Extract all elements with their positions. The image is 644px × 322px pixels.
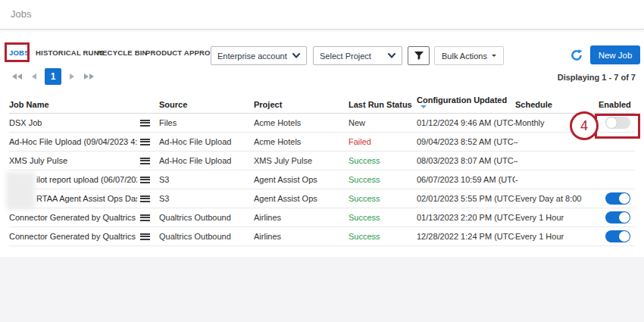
new-job-button[interactable]: New Job — [590, 45, 640, 64]
source-cell: Files — [159, 118, 254, 127]
last-run-status-cell: Success — [349, 175, 417, 184]
configuration-updated-cell: 02/01/2023 5:55 PM (UTC-0... — [417, 194, 515, 203]
toggle-knob — [619, 193, 630, 204]
toggle-knob — [606, 117, 617, 128]
enabled-cell — [599, 117, 635, 129]
source-cell: S3 — [159, 194, 254, 203]
previous-page-icon[interactable] — [30, 70, 38, 83]
displaying-summary: Displaying 1 - 7 of 7 — [558, 73, 636, 82]
schedule-cell: Monthly — [515, 118, 599, 127]
job-name-cell: Connector Generated by Qualtrics XM Dis.… — [9, 232, 159, 241]
project-select-value: Select Project — [320, 52, 371, 61]
filter-button[interactable] — [408, 46, 430, 65]
account-select-value: Enterprise account — [217, 52, 287, 61]
source-cell: S3 — [159, 175, 254, 184]
project-cell: Airlines — [254, 213, 349, 222]
pagination: 1 — [11, 68, 102, 85]
column-header-schedule[interactable]: Schedule — [515, 100, 599, 109]
enabled-toggle[interactable] — [605, 230, 630, 242]
table-row: Ad-Hoc File Upload (09/04/2023 4:51 PM .… — [9, 133, 635, 152]
enabled-cell — [599, 211, 635, 224]
refresh-icon — [570, 48, 583, 62]
enabled-cell — [599, 192, 635, 205]
row-menu-icon[interactable] — [140, 139, 150, 145]
first-page-icon[interactable] — [11, 70, 23, 83]
job-name-text[interactable]: Connector Generated by Qualtrics XM Dis.… — [9, 213, 137, 222]
project-cell: Agent Assist Ops — [254, 175, 349, 184]
page-title: Jobs — [11, 8, 31, 20]
page-number-button[interactable]: 1 — [45, 68, 61, 85]
sort-descending-icon — [420, 105, 427, 111]
column-header-configuration-updated[interactable]: Configuration Updated — [417, 95, 515, 114]
row-menu-icon[interactable] — [140, 195, 150, 202]
job-name-text[interactable]: DSX Job — [9, 118, 137, 127]
configuration-updated-cell: 01/12/2024 9:46 AM (UTC-0... — [417, 118, 515, 127]
job-name-cell: Ad-Hoc File Upload (09/04/2023 4:51 PM .… — [9, 137, 159, 146]
last-page-icon[interactable] — [83, 70, 95, 83]
row-menu-icon[interactable] — [140, 233, 150, 240]
configuration-updated-cell: 09/04/2023 8:52 AM (UTC-0... — [417, 137, 515, 146]
configuration-updated-cell: 08/03/2023 8:07 AM (UTC-0... — [417, 156, 515, 165]
next-page-icon[interactable] — [68, 70, 76, 83]
table-row: DSX Job Files Acme Hotels New 01/12/2024… — [9, 114, 635, 133]
refresh-button[interactable] — [570, 48, 583, 62]
row-menu-icon[interactable] — [140, 120, 150, 127]
last-run-status-cell: Failed — [349, 137, 417, 146]
source-cell: Qualtrics Outbound — [159, 213, 254, 222]
enabled-toggle[interactable] — [605, 117, 630, 129]
bulk-actions-button[interactable]: Bulk Actions — [434, 46, 504, 65]
table-row: ilot report upload (06/07/2023 1:... S3 … — [9, 170, 635, 189]
last-run-status-cell: New — [349, 118, 417, 127]
jobs-page: Jobs JOBS HISTORICAL RUNS RECYCLE BIN PR… — [0, 0, 644, 322]
job-name-text[interactable]: Ad-Hoc File Upload (09/04/2023 4:51 PM .… — [9, 137, 137, 146]
project-cell: XMS July Pulse — [254, 156, 349, 165]
toggle-knob — [619, 212, 630, 223]
source-cell: Ad-Hoc File Upload — [159, 156, 254, 165]
chevron-down-icon — [292, 53, 300, 58]
job-name-cell: Connector Generated by Qualtrics XM Dis.… — [9, 213, 159, 222]
row-menu-icon[interactable] — [140, 158, 150, 164]
configuration-updated-cell: 06/07/2023 10:59 AM (UTC-... — [417, 175, 515, 184]
last-run-status-cell: Success — [349, 156, 417, 165]
table-header: Job Name Source Project Last Run Status … — [9, 95, 635, 114]
last-run-status-cell: Success — [349, 213, 417, 222]
enabled-toggle[interactable] — [605, 211, 630, 224]
redacted-text-blur — [6, 172, 35, 209]
column-header-last-run-status[interactable]: Last Run Status — [349, 100, 417, 109]
account-select[interactable]: Enterprise account — [211, 46, 307, 65]
table-row: XMS July Pulse Ad-Hoc File Upload XMS Ju… — [9, 152, 635, 170]
project-cell: Airlines — [254, 232, 349, 241]
table-row: RTAA Agent Assist Ops Dashbo... S3 Agent… — [9, 189, 635, 208]
page-background — [0, 257, 644, 322]
project-cell: Acme Hotels — [254, 137, 349, 146]
tab-recycle-bin[interactable]: RECYCLE BIN — [97, 48, 148, 61]
schedule-cell: Every Day at 8:00 — [515, 194, 599, 203]
job-name-text[interactable]: Connector Generated by Qualtrics XM Dis.… — [9, 232, 137, 241]
source-cell: Ad-Hoc File Upload — [159, 137, 254, 146]
schedule-cell: - — [515, 137, 599, 146]
schedule-cell: - — [515, 156, 599, 165]
enabled-toggle[interactable] — [605, 192, 630, 205]
project-select[interactable]: Select Project — [313, 46, 402, 65]
row-menu-icon[interactable] — [140, 214, 150, 221]
tab-jobs[interactable]: JOBS — [9, 48, 30, 62]
project-cell: Agent Assist Ops — [254, 194, 349, 203]
last-run-status-cell: Success — [349, 194, 417, 203]
table-body: DSX Job Files Acme Hotels New 01/12/2024… — [9, 114, 635, 246]
column-header-enabled[interactable]: Enabled — [599, 100, 637, 109]
top-bar: Jobs — [0, 0, 644, 30]
column-header-source[interactable]: Source — [159, 100, 254, 109]
configuration-updated-cell: 12/28/2022 1:24 PM (UTC-0... — [417, 232, 515, 241]
column-header-job-name[interactable]: Job Name — [9, 100, 159, 109]
job-name-text[interactable]: XMS July Pulse — [9, 156, 137, 165]
caret-down-icon — [492, 55, 496, 59]
table-row: Connector Generated by Qualtrics XM Dis.… — [9, 227, 635, 246]
tab-historical-runs[interactable]: HISTORICAL RUNS — [36, 48, 104, 61]
funnel-icon — [414, 51, 424, 61]
column-header-project[interactable]: Project — [254, 100, 349, 109]
bulk-actions-label: Bulk Actions — [442, 52, 487, 61]
schedule-cell: Every 1 Hour — [515, 213, 599, 222]
row-menu-icon[interactable] — [140, 177, 150, 183]
last-run-status-cell: Success — [349, 232, 417, 241]
schedule-cell: - — [515, 175, 599, 184]
